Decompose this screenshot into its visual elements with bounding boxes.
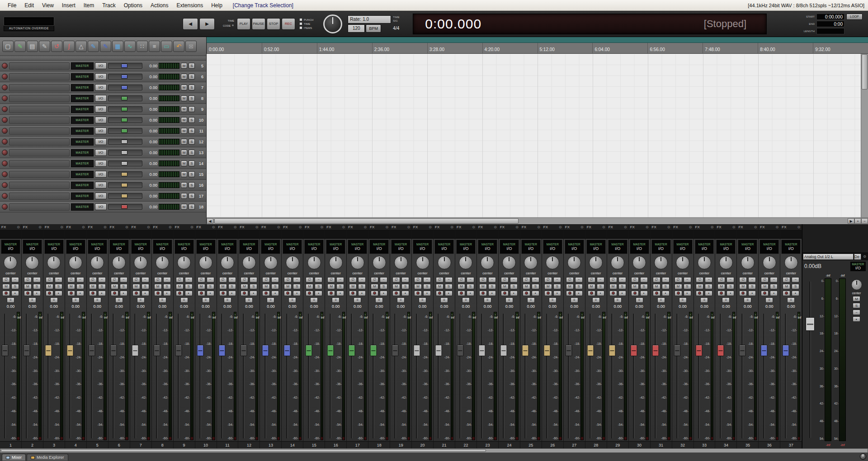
fader-cap[interactable]	[2, 345, 9, 356]
channel-number[interactable]: 9	[174, 441, 195, 448]
fx-power-icon[interactable]: ⊙	[364, 225, 367, 229]
monitor-button[interactable]: ▪	[705, 291, 712, 296]
menu-options[interactable]: Options	[120, 1, 146, 10]
route-display[interactable]: MASTER	[71, 117, 94, 124]
track-volume-fader[interactable]	[108, 117, 142, 123]
envelope-button[interactable]: ~	[98, 277, 106, 282]
fx-power-icon[interactable]: ⊙	[17, 225, 20, 229]
volume-readout[interactable]: 0.00	[152, 303, 173, 310]
fader-cap[interactable]	[89, 345, 95, 356]
track-name-field[interactable]	[9, 138, 70, 146]
channel-number[interactable]: 6	[108, 441, 130, 448]
envelope-button[interactable]: ~	[55, 277, 62, 282]
phase-button[interactable]: ∅	[132, 277, 140, 282]
monitor-button[interactable]: ▪	[380, 291, 387, 296]
monitor-button[interactable]: ▪	[575, 291, 583, 296]
mute-button[interactable]: M	[349, 284, 357, 289]
pan-knob[interactable]	[242, 256, 256, 269]
io-button[interactable]: I/O	[95, 138, 107, 145]
level-meter[interactable]: -inf	[537, 312, 540, 440]
io-button[interactable]: I/O	[95, 95, 107, 102]
record-arm-button[interactable]	[2, 139, 8, 145]
phase-button[interactable]: ∅	[198, 277, 205, 282]
monitor-button[interactable]: ▪	[770, 291, 778, 296]
mute-button[interactable]: M	[181, 150, 187, 155]
fx-power-icon[interactable]: ⊙	[321, 225, 324, 229]
fx-power-icon[interactable]: ⊙	[580, 225, 584, 229]
fx-insert-area[interactable]	[520, 230, 542, 239]
volume-readout[interactable]: 0.00	[651, 303, 672, 310]
mute-button[interactable]: M	[371, 284, 378, 289]
channel-number[interactable]: 34	[715, 441, 736, 448]
solo-button[interactable]: S	[770, 284, 778, 289]
record-arm-button[interactable]	[523, 291, 530, 296]
solo-button[interactable]: S	[792, 284, 799, 289]
track-row[interactable]: MASTER I/O 0.00 M S 5	[0, 61, 206, 71]
volume-fader[interactable]	[760, 311, 768, 441]
env-panel-button[interactable]: ≡	[765, 297, 773, 303]
track-name-field[interactable]	[9, 117, 70, 124]
solo-button[interactable]: S	[250, 284, 257, 289]
fader-cap[interactable]	[544, 345, 551, 356]
mute-button[interactable]: M	[241, 284, 248, 289]
fx-button[interactable]: FX	[348, 225, 353, 229]
master-output-button[interactable]: Analog Out 1/2 L	[803, 254, 854, 260]
phase-button[interactable]: ∅	[154, 277, 162, 282]
fx-insert-area[interactable]	[22, 230, 43, 239]
mute-button[interactable]: M	[653, 284, 660, 289]
fx-button[interactable]: FX	[652, 225, 656, 229]
channel-number[interactable]: 1	[0, 441, 21, 448]
phase-button[interactable]: ∅	[89, 277, 97, 282]
scroll-left-button[interactable]: ◀	[207, 218, 213, 224]
fader-cap[interactable]	[67, 345, 74, 356]
envelope-button[interactable]: ~	[271, 277, 279, 282]
fx-insert-area[interactable]	[217, 230, 238, 239]
fx-power-icon[interactable]: ⊙	[212, 225, 215, 229]
volume-fader[interactable]	[369, 311, 377, 441]
track-volume-fader[interactable]	[108, 139, 142, 145]
fx-button[interactable]: FX	[457, 225, 461, 229]
fader-cap[interactable]	[566, 345, 572, 356]
fx-power-icon[interactable]: ⊙	[537, 225, 540, 229]
fx-insert-area[interactable]	[260, 230, 281, 239]
monitor-button[interactable]: ▪	[55, 291, 62, 296]
track-row[interactable]: MASTER I/O 0.00 M S 13	[0, 147, 206, 158]
routing-button[interactable]: MASTER I/O	[434, 240, 454, 254]
fader-cap[interactable]	[652, 345, 659, 356]
mute-button[interactable]: M	[24, 284, 32, 289]
pan-knob[interactable]	[632, 256, 646, 269]
volume-readout[interactable]: 0.00	[238, 303, 259, 310]
monitor-button[interactable]: ▪	[553, 291, 561, 296]
solo-button[interactable]: S	[575, 284, 583, 289]
vertical-scrollbar[interactable]	[861, 54, 868, 217]
fx-power-icon[interactable]: ⊙	[147, 225, 150, 229]
io-button[interactable]: I/O	[95, 171, 107, 178]
level-meter[interactable]: -inf	[580, 312, 584, 440]
docker-menu-knob[interactable]	[860, 453, 866, 460]
level-meter[interactable]: -inf	[212, 312, 215, 440]
solo-button[interactable]: S	[189, 85, 195, 90]
env-panel-button[interactable]: ≡	[484, 297, 491, 303]
level-meter[interactable]: -inf	[494, 312, 497, 440]
record-arm-button[interactable]	[67, 291, 75, 296]
ruler-tick[interactable]: 7:48.00	[703, 43, 758, 53]
env-panel-button[interactable]: ≡	[202, 297, 210, 303]
ruler-tick[interactable]: 6:56.00	[647, 43, 703, 53]
menu-insert[interactable]: Insert	[58, 1, 80, 10]
fx-power-icon[interactable]: ⊙	[624, 225, 627, 229]
mute-button[interactable]: M	[696, 284, 703, 289]
monitor-button[interactable]: ▪	[207, 291, 214, 296]
record-arm-button[interactable]	[2, 95, 8, 101]
fx-insert-area[interactable]	[651, 230, 672, 239]
ruler-tick[interactable]: 6:04.00	[592, 43, 647, 53]
fader-cap[interactable]	[110, 345, 117, 356]
phase-button[interactable]: ∅	[566, 277, 574, 282]
routing-button[interactable]: MASTER I/O	[608, 240, 627, 254]
automation-override-module[interactable]: AUTOMATION OVERRIDE	[4, 17, 54, 31]
record-arm-button[interactable]	[2, 63, 8, 69]
track-name-field[interactable]	[9, 203, 70, 211]
env-panel-button[interactable]: ≡	[332, 297, 340, 303]
volume-fader[interactable]	[456, 311, 464, 441]
pan-knob[interactable]	[459, 256, 472, 269]
volume-fader[interactable]	[781, 311, 789, 441]
